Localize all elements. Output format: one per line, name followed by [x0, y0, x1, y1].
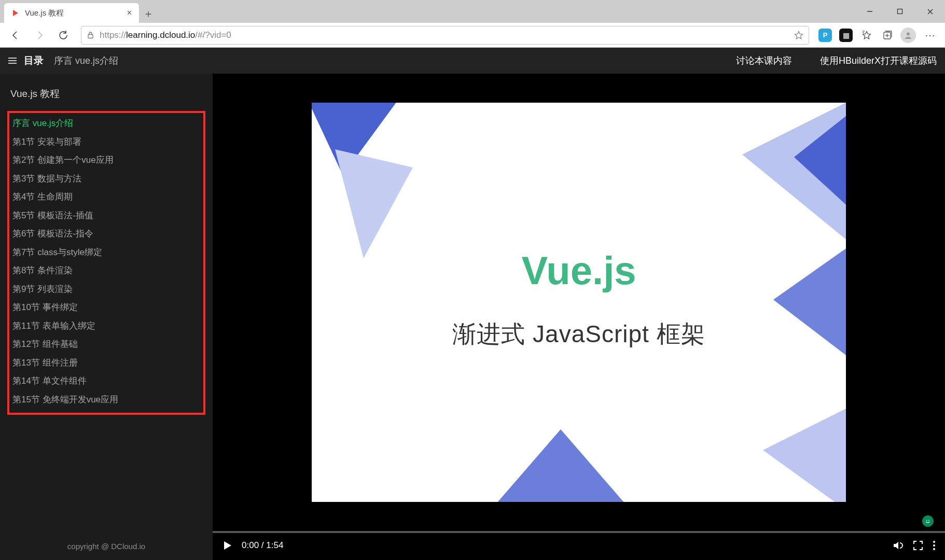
window-controls	[855, 0, 945, 23]
progress-bar[interactable]	[213, 531, 945, 533]
slide-subtitle: 渐进式 JavaScript 框架	[452, 318, 705, 351]
new-tab-button[interactable]: ＋	[139, 4, 158, 23]
lesson-item[interactable]: 第4节 生命周期	[9, 188, 203, 206]
url-text: https://learning.dcloud.io/#/?vid=0	[100, 30, 789, 40]
video-controls: 0:00 / 1:54	[213, 531, 945, 560]
browser-chrome: Vue.js 教程 × ＋ https://learning.dcloud.io…	[0, 0, 945, 48]
extension-1[interactable]: P	[816, 26, 834, 44]
svg-point-27	[933, 548, 935, 550]
svg-rect-4	[88, 35, 93, 38]
page-header: 目录 序言 vue.js介绍 讨论本课内容 使用HBuilderX打开课程源码	[0, 48, 945, 74]
lesson-item[interactable]: 第9节 列表渲染	[9, 280, 203, 299]
page: 目录 序言 vue.js介绍 讨论本课内容 使用HBuilderX打开课程源码 …	[0, 48, 945, 560]
more-options-button[interactable]	[933, 540, 936, 551]
svg-point-25	[933, 541, 935, 543]
lesson-item[interactable]: 第13节 组件注册	[9, 354, 203, 372]
lesson-item[interactable]: 第14节 单文件组件	[9, 372, 203, 390]
collections-button[interactable]	[879, 26, 896, 44]
lesson-item[interactable]: 第10节 事件绑定	[9, 298, 203, 317]
volume-button[interactable]	[892, 540, 904, 551]
svg-rect-1	[898, 9, 902, 14]
lesson-item[interactable]: 第3节 数据与方法	[9, 170, 203, 188]
lesson-item[interactable]: 第12节 组件基础	[9, 335, 203, 354]
hamburger-icon[interactable]	[8, 57, 17, 64]
address-bar: https://learning.dcloud.io/#/?vid=0 P ▦ …	[0, 23, 945, 48]
discuss-link[interactable]: 讨论本课内容	[736, 54, 792, 67]
lesson-item[interactable]: 序言 vue.js介绍	[9, 114, 203, 133]
svg-marker-20	[763, 403, 846, 502]
video-area: Vue.js 渐进式 JavaScript 框架 0:00 / 1:54	[213, 74, 945, 560]
browser-menu-button[interactable]: ⋯	[920, 29, 940, 41]
play-button[interactable]	[222, 540, 232, 551]
forward-button[interactable]	[29, 25, 50, 46]
close-window-button[interactable]	[915, 0, 945, 23]
svg-point-26	[933, 544, 935, 547]
tab-title: Vue.js 教程	[25, 8, 64, 18]
lesson-item[interactable]: 第5节 模板语法-插值	[9, 206, 203, 225]
lesson-item[interactable]: 第11节 表单输入绑定	[9, 317, 203, 335]
breadcrumb: 序言 vue.js介绍	[54, 54, 118, 67]
back-button[interactable]	[5, 25, 26, 46]
refresh-button[interactable]	[53, 25, 74, 46]
svg-point-10	[907, 32, 910, 35]
lesson-item[interactable]: 第8节 条件渲染	[9, 261, 203, 280]
time-display: 0:00 / 1:54	[242, 540, 283, 551]
video-canvas[interactable]: Vue.js 渐进式 JavaScript 框架	[213, 74, 945, 531]
toc-label[interactable]: 目录	[24, 54, 44, 67]
maximize-button[interactable]	[885, 0, 915, 23]
favorites-button[interactable]	[858, 26, 875, 44]
lesson-item[interactable]: 第7节 class与style绑定	[9, 243, 203, 262]
lesson-list-highlight: 序言 vue.js介绍第1节 安装与部署第2节 创建第一个vue应用第3节 数据…	[7, 111, 205, 415]
lesson-item[interactable]: 第1节 安装与部署	[9, 133, 203, 151]
fullscreen-button[interactable]	[913, 540, 923, 551]
favorite-icon[interactable]	[794, 31, 803, 40]
tab-close-icon[interactable]: ×	[127, 8, 132, 18]
svg-marker-18	[773, 237, 846, 367]
video-badge-icon	[922, 515, 934, 527]
tab-favicon	[11, 9, 20, 17]
page-body: Vue.js 教程 序言 vue.js介绍第1节 安装与部署第2节 创建第一个v…	[0, 74, 945, 560]
extension-2[interactable]: ▦	[837, 26, 855, 44]
profile-avatar[interactable]	[899, 26, 917, 44]
slide-title: Vue.js	[521, 248, 636, 293]
tab-bar: Vue.js 教程 × ＋	[0, 0, 945, 23]
lock-icon	[87, 31, 94, 39]
lesson-item[interactable]: 第2节 创建第一个vue应用	[9, 151, 203, 170]
svg-marker-19	[493, 429, 628, 502]
slide: Vue.js 渐进式 JavaScript 框架	[312, 103, 846, 502]
sidebar: Vue.js 教程 序言 vue.js介绍第1节 安装与部署第2节 创建第一个v…	[0, 74, 213, 560]
svg-marker-15	[335, 149, 413, 258]
svg-point-23	[928, 520, 929, 521]
svg-point-22	[926, 520, 927, 521]
browser-tab[interactable]: Vue.js 教程 ×	[4, 3, 139, 23]
url-field[interactable]: https://learning.dcloud.io/#/?vid=0	[81, 26, 809, 45]
open-source-link[interactable]: 使用HBuilderX打开课程源码	[820, 54, 937, 67]
lesson-item[interactable]: 第15节 免终端开发vue应用	[9, 390, 203, 409]
minimize-button[interactable]	[855, 0, 885, 23]
lesson-item[interactable]: 第6节 模板语法-指令	[9, 225, 203, 243]
copyright: copyright @ DCloud.io	[7, 533, 205, 556]
svg-marker-24	[224, 541, 231, 550]
sidebar-title: Vue.js 教程	[10, 87, 205, 101]
